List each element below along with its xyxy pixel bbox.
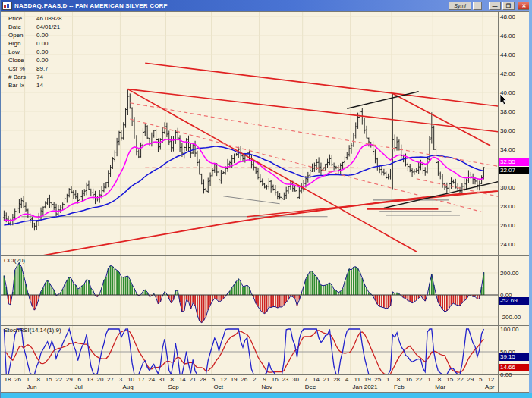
date-axis-tick: 8 — [167, 376, 178, 383]
ma-value-chip: 32.55 — [499, 158, 532, 166]
date-axis-tick: 29 — [465, 376, 476, 383]
date-axis-tick: 22 — [54, 376, 65, 383]
date-axis-tick: 12 — [219, 376, 229, 383]
cci-value-chip: -52.69 — [499, 297, 532, 305]
month-axis-label: Apr — [485, 384, 494, 390]
date-axis-tick: 13 — [84, 376, 95, 383]
cursor-data-readout: Price46.08928Date04/01/21Open0.00High0.0… — [8, 14, 61, 89]
price-axis-tick: 42.00 — [500, 71, 515, 77]
month-axis-label: Nov — [261, 384, 272, 390]
price-axis-tick: 28.00 — [500, 203, 515, 210]
price-axis-tick: 34.00 — [500, 146, 515, 153]
month-axis-label: Sep — [168, 384, 179, 390]
readout-row: # Bars74 — [8, 73, 61, 81]
date-axis-tick: 8 — [434, 376, 445, 383]
date-axis-tick: 25 — [373, 376, 383, 383]
chart-canvas[interactable] — [1, 0, 532, 398]
window-right-border — [529, 0, 532, 398]
date-axis-tick: 8 — [393, 376, 404, 383]
date-axis-tick: 9 — [260, 376, 270, 383]
cci-panel-label: CCI(20) — [4, 257, 25, 264]
date-axis-tick: 15 — [445, 376, 455, 383]
readout-row: Csr %89.7 — [8, 64, 61, 73]
date-axis-tick: 7 — [301, 376, 311, 383]
stochrsi-axis-tick: 100.00 — [500, 326, 518, 333]
date-axis-tick: 20 — [95, 376, 105, 383]
date-axis-tick: 21 — [321, 376, 332, 383]
date-axis-tick: 15 — [43, 376, 54, 383]
price-axis-tick: 36.00 — [500, 127, 515, 134]
price-axis-tick: 46.00 — [500, 33, 515, 39]
readout-row: High0.00 — [8, 39, 61, 48]
readout-row: Low0.00 — [8, 48, 61, 56]
readout-row: Bar Ix14 — [8, 81, 61, 89]
date-axis-tick: 1 — [23, 376, 33, 383]
stochrsi-fast-chip: 39.15 — [499, 353, 532, 361]
date-axis-tick: 22 — [455, 376, 465, 383]
date-axis-tick: 28 — [332, 376, 342, 383]
month-axis-label: Jan 2021 — [353, 384, 378, 390]
last-price-chip: 32.07 — [499, 167, 532, 174]
date-axis-tick: 14 — [311, 376, 322, 383]
date-axis-tick: 14 — [177, 376, 187, 383]
date-axis-tick: 31 — [156, 376, 167, 383]
month-axis-label: Dec — [305, 384, 316, 390]
date-axis-tick: 26 — [13, 376, 24, 383]
price-axis-tick: 38.00 — [500, 108, 515, 115]
readout-row: Date04/01/21 — [8, 23, 61, 31]
date-axis-tick: 2 — [249, 376, 260, 383]
stochrsi-panel-label: StochRSI(14,14(1),9) — [4, 327, 61, 334]
cci-axis-tick: 200.00 — [500, 270, 518, 277]
date-axis-tick: 6 — [74, 376, 85, 383]
readout-row: Close0.00 — [8, 56, 61, 64]
date-axis-tick: 28 — [197, 376, 208, 383]
date-axis-tick: 12 — [486, 376, 496, 383]
price-axis-tick: 24.00 — [500, 241, 515, 248]
date-axis-tick: 1 — [424, 376, 435, 383]
month-axis-label: Feb — [394, 384, 405, 390]
date-axis-tick: 24 — [146, 376, 157, 383]
date-axis-tick: 22 — [414, 376, 424, 383]
month-axis-label: Jun — [27, 384, 37, 390]
date-axis-tick: 5 — [475, 376, 486, 383]
readout-row: Open0.00 — [8, 31, 61, 39]
price-axis-tick: 26.00 — [500, 222, 515, 229]
month-axis-label: Aug — [122, 384, 133, 390]
price-axis-tick: 44.00 — [500, 52, 515, 58]
date-axis-tick: 11 — [352, 376, 363, 383]
date-axis-tick: 8 — [33, 376, 44, 383]
price-axis-tick: 30.00 — [500, 184, 515, 191]
mouse-cursor — [500, 94, 509, 106]
date-axis-tick: 3 — [115, 376, 126, 383]
date-axis-tick: 30 — [290, 376, 301, 383]
cci-axis-tick: -200.00 — [500, 314, 521, 321]
date-axis-tick: 18 — [2, 376, 13, 383]
month-axis-label: Mar — [435, 384, 445, 390]
month-axis-label: Jul — [75, 384, 83, 390]
readout-row: Price46.08928 — [8, 14, 61, 23]
date-axis-tick: 19 — [228, 376, 239, 383]
date-axis-tick: 26 — [239, 376, 250, 383]
date-axis-tick: 29 — [64, 376, 74, 383]
month-axis-label: Oct — [214, 384, 223, 390]
date-axis-tick: 16 — [403, 376, 414, 383]
price-axis-tick: 48.00 — [500, 14, 515, 20]
window-bottom-border[interactable] — [1, 393, 532, 398]
date-axis-tick: 1 — [382, 376, 393, 383]
date-axis-tick: 4 — [342, 376, 352, 383]
date-axis-tick: 21 — [187, 376, 198, 383]
stochrsi-slow-chip: 14.66 — [499, 364, 532, 371]
date-axis-tick: 19 — [362, 376, 373, 383]
date-axis-tick: 10 — [126, 376, 137, 383]
date-axis-tick: 23 — [280, 376, 291, 383]
date-axis-tick: 5 — [208, 376, 219, 383]
date-axis-tick: 17 — [136, 376, 146, 383]
stochrsi-axis-tick: 0.00 — [500, 371, 512, 378]
date-axis-tick: 16 — [269, 376, 280, 383]
date-axis-tick: 27 — [105, 376, 116, 383]
chart-window: NASDAQ:PAAS,D -- PAN AMERICAN SILVER COR… — [0, 0, 532, 398]
